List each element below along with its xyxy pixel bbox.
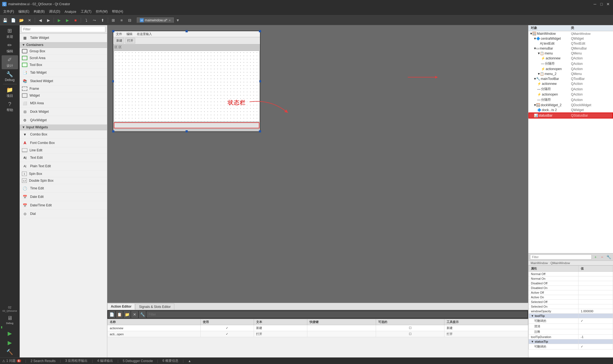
design-window[interactable]: 文件 编辑 在这里输入 新建 打开 区 区 <box>113 31 261 132</box>
widget-item-lineedit[interactable]: Line Edit <box>20 147 107 154</box>
menu-build[interactable]: 构建(B) <box>31 9 47 15</box>
widget-item-widget[interactable]: Widget <box>20 92 107 99</box>
tree-item-sep3[interactable]: — 分隔符 QAction <box>528 97 613 103</box>
tree-item-menubar[interactable]: ▼ ▭ menuBar QMenuBar <box>528 46 613 51</box>
tab-signals-slots[interactable]: Signals & Slots Editor <box>135 304 174 310</box>
widget-item-spinbox[interactable]: 1 Spin Box <box>20 171 107 177</box>
prop-filter-input[interactable] <box>530 255 592 259</box>
menu-help[interactable]: 帮助(H) <box>110 9 125 15</box>
status-problems[interactable]: ⚠ 1 问题 6 <box>2 359 21 363</box>
tree-item-maintoolbar[interactable]: ▼ 🔧 mainToolBar QToolBar <box>528 76 613 81</box>
status-summary[interactable]: 6 概要信息 <box>163 359 178 363</box>
prop-settings-btn[interactable]: 🔧 <box>606 254 611 260</box>
tree-item-actionnew[interactable]: ⚡ actionnew QAction <box>528 56 613 61</box>
prop-row[interactable]: 可翻译的✓ <box>529 344 613 349</box>
design-menu-enter[interactable]: 在这里输入 <box>135 32 154 36</box>
toolbar-next-btn[interactable]: ▶ <box>45 16 52 24</box>
widget-item-stacked[interactable]: 📚 Stacked Widget <box>20 77 107 85</box>
action-delete-btn[interactable]: ✕ <box>131 311 138 318</box>
sidebar-help[interactable]: ? 帮助 <box>2 100 18 114</box>
sidebar-project-label[interactable]: 02 02_QtSource <box>2 305 18 313</box>
status-compile[interactable]: 4 编译输出 <box>97 359 113 363</box>
resize-handle-bl[interactable] <box>112 130 114 132</box>
tree-item-dockwidget2[interactable]: ▼ 🪟 dockWidget_2 QDockWidget <box>528 103 613 108</box>
action-paste-btn[interactable]: 📁 <box>124 311 130 318</box>
prop-row[interactable]: toolTipDuration-1 <box>529 335 613 339</box>
resize-handle-bc[interactable] <box>186 130 188 132</box>
menu-widgets[interactable]: 控件(W) <box>94 9 110 15</box>
toolbar-open-btn[interactable]: 📂 <box>18 16 25 24</box>
prop-add-btn[interactable]: + <box>593 254 598 260</box>
tree-item-menu[interactable]: ▼ 📋 menu QMenu <box>528 51 613 56</box>
minimize-button[interactable]: ─ <box>592 1 598 7</box>
tab-dropdown[interactable]: ▼ <box>174 18 181 23</box>
prop-row[interactable]: ▼ statusTip <box>529 339 613 344</box>
tree-item-centralwidget[interactable]: ▼ 🔷 centralWidget QWidget <box>528 36 613 41</box>
widget-item-dateedit[interactable]: 📅 Date Edit <box>20 193 107 201</box>
prop-row[interactable]: Active On <box>529 295 613 300</box>
toolbar-run-btn[interactable]: ▶ <box>55 16 63 24</box>
maximize-button[interactable]: □ <box>599 1 604 7</box>
prop-row[interactable]: Normal Off <box>529 272 613 276</box>
status-debugger[interactable]: 5 Debugger Console <box>123 359 153 363</box>
status-arrow-up[interactable]: ▲ <box>188 359 191 363</box>
prop-row[interactable]: windowOpacity1.000000 <box>529 309 613 314</box>
prop-row[interactable]: 注释 <box>529 329 613 335</box>
design-menu-file[interactable]: 文件 <box>114 32 124 36</box>
widget-item-qax[interactable]: ⚙ QAxWidget <box>20 116 107 125</box>
sidebar-debug[interactable]: 🔧 Debug <box>2 70 18 83</box>
toolbar-new-btn[interactable]: 📄 <box>9 16 17 24</box>
sidebar-build[interactable]: 🔨 <box>2 348 18 356</box>
sidebar-debug-lower[interactable]: 🖥 Debug <box>2 314 18 326</box>
design-toolbar-open[interactable]: 打开 <box>125 38 135 44</box>
tree-item-mainwindow[interactable]: ▼ 🪟 MainWindow QMainWindow <box>528 31 613 36</box>
tree-item-actionnew2[interactable]: ⚡ actionnew QAction <box>528 81 613 86</box>
toolbar-prev-btn[interactable]: ◀ <box>36 16 44 24</box>
tree-item-textedit[interactable]: A| textEdit QTextEdit <box>528 41 613 46</box>
widget-item-datetimeedit[interactable]: 📅 Date/Time Edit <box>20 201 107 210</box>
action-row-1[interactable]: actionnew ✓ 新建 ☐ 新建 <box>108 325 528 331</box>
sidebar-welcome[interactable]: ⊞ 欢迎 <box>2 26 18 40</box>
tree-item-sep2[interactable]: — 分隔符 QAction <box>528 86 613 92</box>
widget-item-doublespinbox[interactable]: 1.2 Double Spin Box <box>20 177 107 184</box>
status-search[interactable]: 2 Search Results <box>31 359 56 363</box>
menu-file[interactable]: 文件(F) <box>1 9 16 15</box>
tree-item-sep1[interactable]: — 分隔符 QAction <box>528 61 613 67</box>
design-menu-edit[interactable]: 编辑 <box>125 32 134 36</box>
tree-item-menu2[interactable]: ▼ 📋 menu_2 QMenu <box>528 71 613 76</box>
action-settings-btn[interactable]: 🔧 <box>139 311 146 318</box>
sidebar-run[interactable]: ▶ <box>2 329 18 338</box>
widget-item-dock[interactable]: ⊟ Dock Widget <box>20 108 107 116</box>
toolbar-stop-btn[interactable]: ■ <box>72 16 79 24</box>
tree-item-dockts2[interactable]: 🔷 dock...ts 2 QWidget <box>528 108 613 112</box>
action-filter-input[interactable] <box>147 311 527 317</box>
toolbar-step-into[interactable]: ⤳ <box>91 16 98 24</box>
toolbar-save-btn[interactable]: 💾 <box>1 16 9 24</box>
prop-row[interactable]: 可翻译的✓ <box>529 318 613 324</box>
menu-edit[interactable]: 编辑(E) <box>16 9 31 15</box>
widget-item-plaintextedit[interactable]: A| Plain Text Edit <box>20 162 107 171</box>
prop-row[interactable]: Selected On <box>529 304 613 309</box>
resize-handle-tl[interactable] <box>112 30 114 32</box>
widget-filter-input[interactable] <box>21 26 105 32</box>
prop-row[interactable]: ▼ toolTip <box>529 314 613 318</box>
widget-item-mdi[interactable]: ⬜ MDI Area <box>20 99 107 108</box>
tree-item-actionopen[interactable]: ⚡ actionopen QAction <box>528 67 613 71</box>
widget-item-scrollarea[interactable]: Scroll Area <box>20 55 107 62</box>
editor-tab-close[interactable]: ✕ <box>169 19 171 22</box>
close-button[interactable]: ✕ <box>605 1 611 7</box>
toolbar-debug-run-btn[interactable]: ▶ <box>63 16 71 24</box>
widget-item-toolbox[interactable]: Tool Box <box>20 62 107 68</box>
sidebar-edit[interactable]: ✏ 编辑 <box>2 41 18 55</box>
toolbar-grid-btn[interactable]: ⊞ <box>109 16 117 24</box>
tab-action-editor[interactable]: Action Editor <box>107 303 135 310</box>
design-toolbar-new[interactable]: 新建 <box>114 38 124 44</box>
prop-remove-btn[interactable]: − <box>599 254 605 260</box>
prop-row[interactable]: Normal On <box>529 276 613 281</box>
resize-handle-tr[interactable] <box>259 30 261 32</box>
widget-item-fontcombobox[interactable]: A Font Combo Box <box>20 139 107 147</box>
widget-item-table[interactable]: ▦ Table Widget <box>20 34 107 42</box>
action-row-2[interactable]: acti...open ✓ 打开 ☐ 打开 <box>108 331 528 337</box>
design-canvas[interactable] <box>114 51 259 122</box>
prop-row[interactable]: 澄清 <box>529 324 613 329</box>
